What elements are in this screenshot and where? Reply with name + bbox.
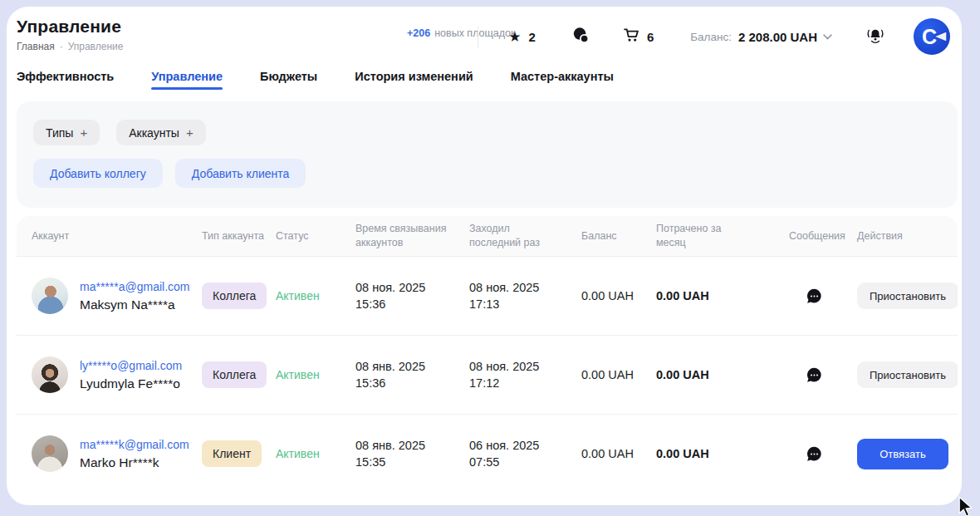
account-email-link[interactable]: ly*****o@gmail.com (80, 359, 182, 372)
top-actions: ★ 2 (478, 17, 962, 56)
last-visit-cell: 08 ноя. 202517:13 (469, 279, 581, 312)
column-header-messages: Сообщения (789, 229, 857, 243)
column-header-last-visit: Заходил последний раз (469, 222, 581, 250)
types-filter-chip[interactable]: Типы + (33, 120, 100, 145)
accounts-table: Аккаунт Тип аккаунта Статус Время связыв… (17, 216, 958, 493)
column-header-spent: Потрачено за месяц (656, 222, 789, 250)
suspend-button[interactable]: Приостановить (857, 361, 958, 388)
table-header-row: Аккаунт Тип аккаунта Статус Время связыв… (17, 216, 958, 256)
column-header-account: Аккаунт (32, 229, 202, 243)
add-colleague-button[interactable]: Добавить коллегу (33, 159, 163, 188)
message-icon[interactable] (806, 287, 823, 305)
accounts-filter-chip[interactable]: Аккаунты + (116, 120, 206, 145)
accounts-filter-label: Аккаунты (129, 126, 179, 140)
account-type-badge: Коллега (202, 361, 267, 388)
breadcrumb-home-link[interactable]: Главная (17, 41, 55, 52)
spent-cell: 0.00 UAH (656, 289, 789, 302)
cart-icon (623, 27, 639, 47)
balance-value: 2 208.00 UAH (738, 30, 817, 44)
avatar (32, 435, 68, 472)
support-chat-icon (572, 27, 590, 47)
star-icon: ★ (508, 30, 521, 44)
unlink-button[interactable]: Отвязать (857, 439, 948, 469)
table-row: ma*****a@gmail.com Maksym Na****a Коллег… (17, 256, 958, 335)
column-header-link-time: Время связывания аккаунтов (355, 222, 469, 250)
balance-label: Баланс: (690, 31, 732, 43)
balance-cell: 0.00 UAH (581, 289, 656, 302)
plus-icon: + (186, 125, 194, 140)
breadcrumb-current: Управление (68, 41, 124, 52)
avatar (32, 356, 68, 393)
balance-cell: 0.00 UAH (581, 368, 656, 381)
column-header-balance: Баланс (581, 229, 656, 243)
filter-chips: Типы + Аккаунты + (33, 120, 206, 145)
cart-button[interactable]: 6 (623, 27, 654, 47)
status-label: Активен (276, 447, 355, 460)
add-client-button[interactable]: Добавить клиента (175, 159, 306, 188)
logo-arrow-icon (933, 30, 948, 43)
tab-effectiveness[interactable]: Эффективность (17, 70, 114, 91)
tab-bar: Эффективность Управление Бюджеты История… (7, 70, 962, 91)
account-name: Maksym Na****a (80, 297, 189, 312)
status-label: Активен (276, 368, 355, 381)
table-row: ma*****k@gmail.com Marko Hr****k Клиент … (17, 414, 958, 493)
table-row: ly*****o@gmail.com Lyudmyla Fe****o Колл… (17, 335, 958, 414)
support-chat-button[interactable] (572, 27, 590, 47)
cart-count: 6 (647, 30, 654, 44)
app-logo[interactable]: C (914, 18, 950, 55)
breadcrumb: Главная · Управление (17, 41, 123, 52)
filters-panel: Типы + Аккаунты + Добавить коллегу Добав… (17, 101, 958, 208)
page-background: Управление Главная · Управление +206новы… (0, 0, 980, 516)
plus-icon: + (80, 125, 87, 140)
status-label: Активен (276, 289, 355, 302)
last-visit-cell: 06 ноя. 202507:55 (469, 437, 581, 470)
account-name: Lyudmyla Fe****o (80, 376, 182, 391)
account-type-badge: Клиент (202, 440, 262, 467)
column-header-status: Статус (276, 229, 355, 243)
notifications-button[interactable] (865, 26, 885, 47)
account-email-link[interactable]: ma*****k@gmail.com (80, 438, 189, 451)
tab-budgets[interactable]: Бюджеты (260, 70, 317, 91)
spent-cell: 0.00 UAH (656, 368, 789, 381)
link-time-cell: 08 янв. 202515:35 (355, 437, 469, 470)
link-time-cell: 08 янв. 202515:36 (355, 358, 469, 391)
favorites-count: 2 (529, 30, 536, 44)
balance-cell: 0.00 UAH (581, 447, 656, 460)
main-card: Управление Главная · Управление +206новы… (7, 7, 962, 505)
favorites-button[interactable]: ★ 2 (508, 30, 536, 44)
account-email-link[interactable]: ma*****a@gmail.com (80, 280, 189, 293)
tab-change-history[interactable]: История изменений (355, 70, 473, 91)
types-filter-label: Типы (46, 126, 73, 140)
suspend-button[interactable]: Приостановить (857, 283, 958, 309)
account-type-badge: Коллега (202, 283, 267, 309)
divider (478, 26, 478, 47)
chevron-down-icon (823, 34, 832, 40)
page-title: Управление (17, 17, 123, 37)
breadcrumb-separator: · (60, 41, 63, 52)
notification-bell-icon (865, 26, 885, 47)
link-time-cell: 08 ноя. 202515:36 (355, 279, 469, 312)
topbar: Управление Главная · Управление +206новы… (7, 7, 962, 68)
message-icon[interactable] (806, 366, 823, 384)
column-header-type: Тип аккаунта (202, 229, 276, 243)
tab-management[interactable]: Управление (151, 70, 223, 91)
new-platforms-count: +206 (407, 27, 430, 39)
last-visit-cell: 08 ноя. 202517:12 (469, 358, 581, 391)
spent-cell: 0.00 UAH (656, 447, 789, 460)
avatar (32, 278, 68, 314)
add-buttons: Добавить коллегу Добавить клиента (33, 159, 306, 188)
account-name: Marko Hr****k (80, 455, 189, 470)
balance-dropdown[interactable]: Баланс: 2 208.00 UAH (690, 30, 832, 44)
message-icon[interactable] (806, 445, 823, 463)
tab-master-accounts[interactable]: Мастер-аккаунты (511, 70, 614, 91)
column-header-actions: Действия (857, 229, 943, 243)
mouse-cursor (958, 496, 979, 516)
